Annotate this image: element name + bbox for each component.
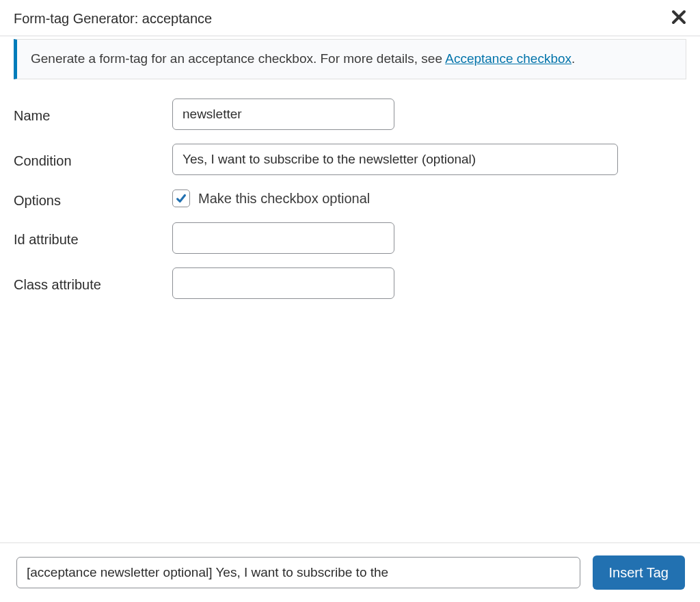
id-attribute-row: Id attribute [14,222,686,254]
id-attribute-input[interactable] [172,222,394,254]
id-attribute-label: Id attribute [14,228,172,248]
options-row: Options Make this checkbox optional [14,189,686,209]
condition-label: Condition [14,149,172,169]
class-attribute-input[interactable] [172,267,394,299]
dialog-title: Form-tag Generator: acceptance [14,11,212,27]
notice-suffix: . [571,51,575,66]
close-icon[interactable] [671,10,686,27]
name-row: Name [14,99,686,130]
condition-row: Condition [14,144,686,175]
class-attribute-label: Class attribute [14,273,172,293]
class-attribute-row: Class attribute [14,267,686,299]
dialog-footer: Insert Tag [0,542,700,602]
insert-tag-button[interactable]: Insert Tag [593,555,685,590]
info-notice: Generate a form-tag for an acceptance ch… [14,39,686,79]
name-input[interactable] [172,99,394,130]
optional-checkbox-label: Make this checkbox optional [198,191,370,207]
form-body: Name Condition Options Make this checkbo… [0,93,700,318]
dialog-header: Form-tag Generator: acceptance [0,0,700,36]
optional-checkbox[interactable] [172,189,190,207]
acceptance-checkbox-link[interactable]: Acceptance checkbox [445,51,571,66]
options-label: Options [14,189,172,209]
name-label: Name [14,104,172,124]
condition-input[interactable] [172,144,618,175]
notice-text: Generate a form-tag for an acceptance ch… [31,51,445,66]
generated-tag-input[interactable] [16,557,580,588]
